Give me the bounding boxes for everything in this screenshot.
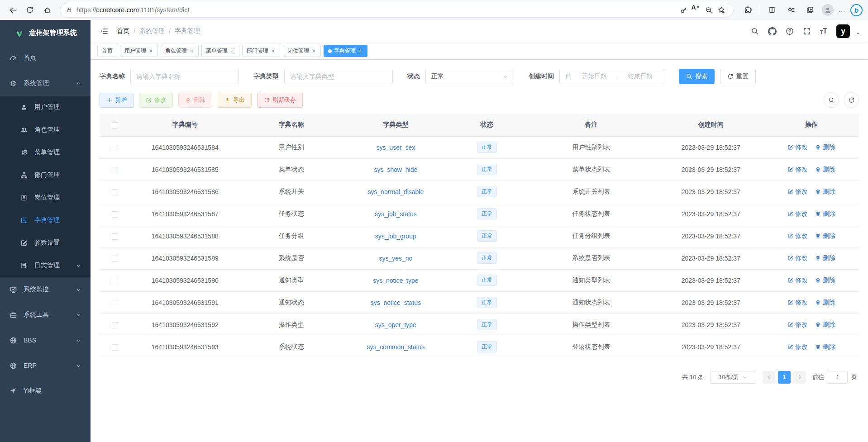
dict-type-link[interactable]: sys_common_status — [367, 343, 425, 351]
close-icon[interactable] — [358, 48, 363, 53]
row-checkbox[interactable] — [112, 189, 118, 195]
split-screen-icon[interactable] — [765, 3, 779, 17]
dict-type-link[interactable]: sys_job_group — [375, 233, 416, 240]
help-icon[interactable] — [786, 27, 794, 35]
sidebar-item-system-tools[interactable]: 系统工具 — [0, 302, 91, 328]
sidebar-item-yi-framework[interactable]: Yi框架 — [0, 378, 91, 404]
tab-dept-management[interactable]: 部门管理 — [242, 45, 280, 57]
tab-post-management[interactable]: 岗位管理 — [283, 45, 321, 57]
close-icon[interactable] — [311, 48, 316, 53]
toggle-search-button[interactable] — [824, 92, 839, 108]
sidebar-item-post-management[interactable]: 岗位管理 — [0, 186, 91, 209]
tab-user-management[interactable]: 用户管理 — [120, 45, 158, 57]
add-button[interactable]: 新增 — [100, 93, 134, 108]
row-edit-button[interactable]: 修改 — [787, 210, 808, 218]
row-delete-button[interactable]: 删除 — [815, 321, 835, 329]
export-button[interactable]: 导出 — [218, 93, 252, 108]
start-date-placeholder[interactable]: 开始日期 — [576, 72, 612, 81]
sidebar-item-system-monitor[interactable]: 系统监控 — [0, 277, 91, 302]
tab-dict-management[interactable]: 字典管理 — [324, 45, 367, 57]
row-edit-button[interactable]: 修改 — [787, 166, 808, 174]
avatar-caret-icon[interactable] — [855, 31, 861, 36]
row-delete-button[interactable]: 删除 — [815, 343, 835, 351]
browser-refresh-button[interactable] — [23, 3, 37, 17]
row-edit-button[interactable]: 修改 — [787, 299, 808, 307]
sidebar-fold-icon[interactable] — [98, 25, 110, 38]
sidebar-item-role-management[interactable]: 角色管理 — [0, 119, 91, 141]
dict-type-link[interactable]: sys_notice_status — [371, 299, 421, 306]
address-bar[interactable]: https://ccnetcore.com:1101/system/dict A — [60, 3, 734, 18]
browser-back-button[interactable] — [5, 3, 20, 17]
row-delete-button[interactable]: 删除 — [815, 143, 835, 152]
row-delete-button[interactable]: 删除 — [815, 166, 835, 174]
next-page-button[interactable] — [793, 371, 806, 384]
fullscreen-icon[interactable] — [803, 27, 811, 35]
sidebar-item-param-settings[interactable]: 参数设置 — [0, 232, 91, 254]
dict-type-link[interactable]: sys_yes_no — [379, 255, 412, 262]
row-checkbox[interactable] — [112, 322, 118, 328]
date-range-picker[interactable]: 开始日期 - 结束日期 — [559, 69, 664, 84]
row-checkbox[interactable] — [112, 300, 118, 306]
row-checkbox[interactable] — [112, 211, 118, 218]
dict-type-link[interactable]: sys_notice_type — [373, 277, 418, 284]
row-edit-button[interactable]: 修改 — [787, 254, 808, 262]
collections-icon[interactable] — [803, 3, 817, 17]
font-size-icon[interactable]: TT — [820, 28, 827, 35]
row-edit-button[interactable]: 修改 — [787, 188, 808, 196]
bing-copilot-icon[interactable]: b — [850, 4, 863, 16]
refresh-table-button[interactable] — [844, 92, 859, 108]
refresh-cache-button[interactable]: 刷新缓存 — [257, 93, 303, 108]
search-button[interactable]: 搜索 — [679, 69, 715, 84]
tab-menu-management[interactable]: 菜单管理 — [201, 45, 239, 57]
sidebar-item-user-management[interactable]: 用户管理 — [0, 96, 91, 119]
header-search-icon[interactable] — [751, 27, 759, 35]
favorites-bar-icon[interactable] — [784, 3, 798, 17]
sidebar-item-dict-management[interactable]: 字典管理 — [0, 209, 91, 232]
row-checkbox[interactable] — [112, 167, 118, 173]
page-number-1[interactable]: 1 — [778, 371, 791, 384]
sidebar-item-bbs[interactable]: BBS — [0, 328, 91, 353]
dict-type-input[interactable] — [284, 69, 393, 84]
select-all-checkbox[interactable] — [112, 122, 118, 128]
browser-menu-icon[interactable]: … — [838, 6, 846, 14]
row-checkbox[interactable] — [112, 344, 118, 351]
row-delete-button[interactable]: 删除 — [815, 232, 835, 240]
row-edit-button[interactable]: 修改 — [787, 321, 808, 329]
row-delete-button[interactable]: 删除 — [815, 254, 835, 262]
zoom-out-icon[interactable] — [702, 4, 715, 16]
read-aloud-icon[interactable]: A — [690, 4, 702, 16]
row-checkbox[interactable] — [112, 233, 118, 240]
dict-name-input[interactable] — [130, 69, 239, 84]
add-favorite-icon[interactable] — [715, 4, 728, 16]
row-delete-button[interactable]: 删除 — [815, 210, 835, 218]
close-icon[interactable] — [230, 48, 235, 53]
browser-profile-avatar[interactable] — [822, 4, 834, 16]
sidebar-item-erp[interactable]: ERP — [0, 353, 91, 378]
delete-button[interactable]: 删除 — [178, 93, 212, 108]
github-icon[interactable] — [768, 27, 777, 36]
sidebar-item-home[interactable]: 首页 — [0, 45, 91, 71]
row-edit-button[interactable]: 修改 — [787, 276, 808, 285]
reset-button[interactable]: 重置 — [720, 69, 756, 84]
row-edit-button[interactable]: 修改 — [787, 343, 808, 351]
dict-type-link[interactable]: sys_show_hide — [374, 166, 418, 173]
row-delete-button[interactable]: 删除 — [815, 299, 835, 307]
tab-home[interactable]: 首页 — [97, 45, 117, 57]
sidebar-item-log-management[interactable]: 日志管理 — [0, 254, 91, 277]
row-edit-button[interactable]: 修改 — [787, 232, 808, 240]
brand[interactable]: 意框架管理系统 — [0, 20, 91, 45]
sidebar-item-menu-management[interactable]: 菜单管理 — [0, 141, 91, 164]
dict-type-link[interactable]: sys_oper_type — [375, 321, 416, 328]
status-select[interactable]: 正常 — [425, 69, 514, 84]
row-delete-button[interactable]: 删除 — [815, 276, 835, 285]
row-checkbox[interactable] — [112, 145, 118, 151]
close-icon[interactable] — [271, 48, 276, 53]
browser-home-button[interactable] — [40, 3, 54, 17]
row-edit-button[interactable]: 修改 — [787, 143, 808, 152]
close-icon[interactable] — [189, 48, 194, 53]
end-date-placeholder[interactable]: 结束日期 — [622, 72, 658, 81]
sidebar-item-dept-management[interactable]: 部门管理 — [0, 164, 91, 186]
user-avatar-logo[interactable]: y — [836, 24, 850, 38]
row-checkbox[interactable] — [112, 278, 118, 284]
tab-role-management[interactable]: 角色管理 — [161, 45, 199, 57]
